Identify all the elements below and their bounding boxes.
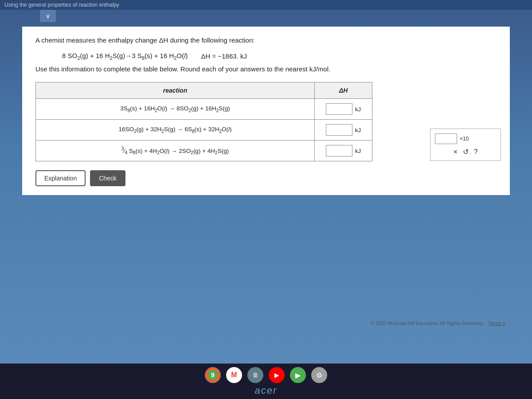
delta-h-cell-3: kJ (315, 141, 372, 161)
youtube-icon[interactable]: ▶ (269, 367, 285, 383)
explanation-button[interactable]: Explanation (35, 170, 86, 186)
reaction-cell-1: 3S8(s) + 16H2O(l) → 8SO2(g) + 16H2S(g) (36, 99, 315, 120)
kj-unit-1: kJ (355, 106, 361, 113)
kj-unit-3: kJ (355, 148, 361, 154)
footer-copyright: © 2021 McGraw-Hill Education. All Rights… (371, 321, 505, 326)
reaction-table: reaction ΔH 3S8(s) + 16H2O(l) → 8SO2(g) … (35, 82, 372, 161)
main-reaction-formula: 8 SO2(g) + 16 H2S(g)→3 S8(s) + 16 H2O(l) (62, 52, 188, 61)
x10-input[interactable] (435, 133, 457, 144)
delta-h-input-1[interactable] (326, 103, 352, 115)
screen-area: Using the general properties of reaction… (0, 0, 532, 364)
table-row: 3S8(s) + 16H2O(l) → 8SO2(g) + 16H2S(g) k… (36, 99, 372, 120)
problem-intro-text: A chemist measures the enthalpy change Δ… (35, 35, 497, 46)
delta-h-cell-2: kJ (315, 120, 372, 141)
play-icon[interactable]: ▶ (290, 367, 306, 383)
taskbar: 9 M 🗎 ▶ ▶ ⚙ acer (0, 364, 532, 399)
right-panel: ×10 × ↺ ? (430, 129, 501, 161)
gmail-icon[interactable]: M (226, 367, 242, 383)
reaction-cell-2: 16SO2(g) + 32H2S(g) → 6S8(s) + 32H2O(l) (36, 120, 315, 141)
col-header-delta-h: ΔH (315, 82, 372, 99)
table-row: 3⁄4 S8(s) + 4H2O(l) → 2SO2(g) + 4H2S(g) … (36, 141, 372, 161)
close-button[interactable]: × (453, 148, 457, 156)
chevron-down-icon: ∨ (46, 12, 50, 20)
top-bar: Using the general properties of reaction… (0, 0, 532, 10)
terms-link[interactable]: Terms o (488, 321, 505, 326)
col-header-reaction: reaction (36, 82, 315, 99)
main-reaction-equation: 8 SO2(g) + 16 H2S(g)→3 S8(s) + 16 H2O(l)… (35, 52, 497, 61)
acer-logo: acer (255, 385, 278, 396)
delta-h-cell-1: kJ (315, 99, 372, 120)
copyright-text: © 2021 McGraw-Hill Education. All Rights… (371, 321, 484, 326)
settings-icon[interactable]: ⚙ (311, 367, 327, 383)
reaction-cell-3: 3⁄4 S8(s) + 4H2O(l) → 2SO2(g) + 4H2S(g) (36, 141, 315, 161)
table-row: 16SO2(g) + 32H2S(g) → 6S8(s) + 32H2O(l) … (36, 120, 372, 141)
top-bar-title: Using the general properties of reaction… (4, 2, 119, 8)
help-button[interactable]: ? (474, 148, 478, 156)
instructions-text: Use this information to complete the tab… (35, 64, 497, 74)
x10-row: ×10 (435, 133, 496, 144)
chevron-button[interactable]: ∨ (40, 10, 56, 22)
buttons-row: Explanation Check (35, 170, 497, 186)
chrome-icon[interactable]: 9 (205, 367, 221, 383)
delta-h-input-2[interactable] (326, 124, 352, 136)
check-button[interactable]: Check (90, 170, 125, 186)
kj-unit-2: kJ (355, 127, 361, 133)
main-delta-h-value: ΔH = −1863. kJ (201, 52, 247, 60)
delta-h-input-3[interactable] (326, 145, 352, 156)
undo-button[interactable]: ↺ (463, 148, 469, 156)
files-icon[interactable]: 🗎 (247, 367, 263, 383)
taskbar-icons: 9 M 🗎 ▶ ▶ ⚙ (205, 367, 327, 383)
right-panel-buttons: × ↺ ? (435, 148, 496, 156)
main-content-area: A chemist measures the enthalpy change Δ… (22, 27, 510, 195)
x10-label: ×10 (460, 136, 469, 142)
